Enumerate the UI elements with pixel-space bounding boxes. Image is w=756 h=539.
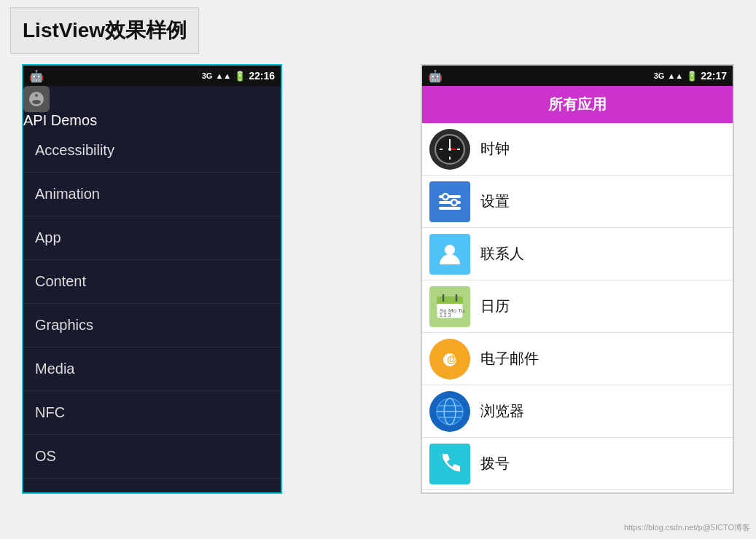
left-network-type: 3G bbox=[202, 71, 213, 80]
list-item-app[interactable]: App bbox=[23, 216, 281, 260]
left-time: 22:16 bbox=[249, 70, 275, 82]
list-item-accessibility[interactable]: Accessibility bbox=[23, 129, 281, 173]
svg-point-12 bbox=[443, 194, 448, 200]
android-icon: 🤖 bbox=[29, 69, 44, 83]
right-phone-frame: 🤖 3G ▲▲ 🔋 22:17 所有应用 bbox=[421, 64, 734, 494]
left-app-title: API Demos bbox=[23, 112, 97, 128]
page-title: ListView效果样例 bbox=[23, 19, 187, 42]
right-signal-icon: ▲▲ bbox=[667, 71, 683, 80]
list-item-animation[interactable]: Animation bbox=[23, 173, 281, 216]
app-list-item-browser[interactable]: 浏览器 bbox=[422, 385, 733, 438]
right-status-bar-left: 🤖 bbox=[428, 69, 443, 83]
contacts-name: 联系人 bbox=[480, 244, 524, 264]
app-list-item-calendar[interactable]: Su Mo Tu 1 2 3 日历 bbox=[422, 280, 733, 333]
list-item-os[interactable]: OS bbox=[23, 435, 281, 479]
left-phone-frame: 🤖 3G ▲▲ 🔋 22:16 API Demos Accessibility bbox=[22, 64, 282, 494]
app-list-item-phone[interactable]: 拨号 bbox=[422, 438, 733, 490]
clock-name: 时钟 bbox=[480, 139, 510, 159]
svg-rect-17 bbox=[437, 301, 463, 304]
right-app-list: 时钟 设置 bbox=[422, 123, 733, 490]
left-list: Accessibility Animation App Content Grap… bbox=[23, 129, 281, 479]
app-list-item-email[interactable]: @ 电子邮件 bbox=[422, 333, 733, 385]
list-item-media[interactable]: Media bbox=[23, 347, 281, 391]
right-network-type: 3G bbox=[654, 71, 665, 80]
phone-icon bbox=[429, 444, 470, 484]
browser-icon bbox=[429, 391, 470, 432]
right-android-icon: 🤖 bbox=[428, 69, 443, 83]
left-status-bar: 🤖 3G ▲▲ 🔋 22:16 bbox=[23, 66, 281, 86]
svg-point-13 bbox=[451, 200, 457, 205]
app-list-item-settings[interactable]: 设置 bbox=[422, 176, 733, 228]
screenshots-area: 🤖 3G ▲▲ 🔋 22:16 API Demos Accessibility bbox=[0, 64, 756, 494]
settings-icon bbox=[429, 181, 470, 222]
phone-dial-name: 拨号 bbox=[480, 454, 510, 473]
left-status-bar-right: 3G ▲▲ 🔋 22:16 bbox=[202, 70, 275, 82]
list-item-graphics[interactable]: Graphics bbox=[23, 304, 281, 347]
app-list-item-contacts[interactable]: 联系人 bbox=[422, 228, 733, 280]
svg-point-8 bbox=[448, 148, 451, 151]
watermark: https://blog.csdn.net/p@5ICTO博客 bbox=[624, 522, 750, 533]
calendar-name: 日历 bbox=[480, 296, 510, 316]
list-item-content[interactable]: Content bbox=[23, 260, 281, 304]
contacts-icon bbox=[429, 234, 470, 275]
svg-rect-11 bbox=[439, 207, 461, 210]
left-app-header: API Demos bbox=[23, 86, 281, 129]
right-app-title-bar: 所有应用 bbox=[422, 86, 733, 123]
svg-point-14 bbox=[445, 245, 455, 255]
left-status-bar-left: 🤖 bbox=[29, 69, 44, 83]
list-item-nfc[interactable]: NFC bbox=[23, 391, 281, 435]
right-app-title: 所有应用 bbox=[548, 96, 607, 112]
right-status-bar: 🤖 3G ▲▲ 🔋 22:17 bbox=[422, 66, 733, 86]
settings-name: 设置 bbox=[480, 192, 510, 211]
email-icon: @ bbox=[429, 339, 470, 379]
email-name: 电子邮件 bbox=[480, 349, 539, 369]
calendar-icon: Su Mo Tu 1 2 3 bbox=[429, 286, 470, 327]
left-battery-icon: 🔋 bbox=[234, 71, 246, 82]
right-phone-wrapper: 🤖 3G ▲▲ 🔋 22:17 所有应用 bbox=[421, 64, 734, 494]
app-list-item-clock[interactable]: 时钟 bbox=[422, 123, 733, 176]
svg-text:@: @ bbox=[447, 353, 457, 365]
browser-name: 浏览器 bbox=[480, 401, 524, 421]
clock-icon bbox=[429, 129, 470, 170]
right-battery-icon: 🔋 bbox=[686, 71, 698, 82]
page-title-area: ListView效果样例 bbox=[10, 7, 199, 54]
settings-gear-icon bbox=[23, 86, 50, 112]
right-status-bar-right: 3G ▲▲ 🔋 22:17 bbox=[654, 70, 727, 82]
svg-text:1  2  3: 1 2 3 bbox=[440, 312, 451, 318]
right-time: 22:17 bbox=[701, 70, 727, 82]
left-signal-icon: ▲▲ bbox=[215, 71, 231, 80]
